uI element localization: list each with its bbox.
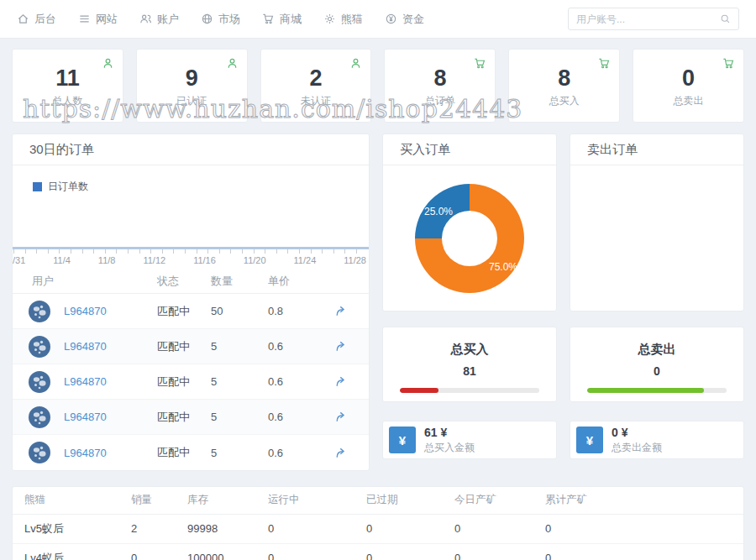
table-row: L964870 匹配中 5 0.6 xyxy=(13,435,369,470)
right-column: 买入订单 25.0% 75.0% 卖出订单 总买入 81 xyxy=(382,133,744,471)
nav-item-website[interactable]: 网站 xyxy=(78,12,118,27)
table-row: L964870 匹配中 50 0.8 xyxy=(13,294,369,329)
order-status: 匹配中 xyxy=(157,374,211,390)
nav-item-backend[interactable]: 后台 xyxy=(17,12,56,27)
x-tick-label: 11/8 xyxy=(98,255,116,265)
stat-label: 总人数 xyxy=(13,94,123,108)
order-status: 匹配中 xyxy=(157,445,211,460)
order-price: 0.6 xyxy=(268,375,324,388)
nav-item-funds[interactable]: 资金 xyxy=(385,12,424,27)
share-arrow-icon[interactable] xyxy=(334,340,347,353)
order-qty: 5 xyxy=(211,375,268,388)
buy-amount-card: ¥ 61 ¥ 总买入金额 xyxy=(382,421,557,459)
col-header-qty: 数量 xyxy=(211,274,268,289)
cart-icon xyxy=(474,57,486,70)
table-row: L964870 匹配中 5 0.6 xyxy=(13,329,369,364)
panda-table-panel: 熊猫 销量 库存 运行中 已过期 今日产矿 累计产矿 Lv5蚁后 2 99998… xyxy=(12,486,744,560)
col-header: 运行中 xyxy=(256,487,354,514)
col-header: 销量 xyxy=(119,487,176,514)
stat-card-total-buys: 8 总买入 xyxy=(508,49,620,123)
user-link[interactable]: L964870 xyxy=(64,411,157,423)
order-price: 0.6 xyxy=(268,411,324,423)
buy-progress-fill xyxy=(400,388,438,393)
x-tick-label: 11/20 xyxy=(244,255,266,265)
panda-total-yield: 0 xyxy=(533,514,743,543)
total-sell-card: 总卖出 0 xyxy=(570,327,744,402)
stats-row: 11 总人数 9 已认证 2 未认证 8 总订单 8 总买入 0 总卖出 xyxy=(12,49,744,123)
orders-table-header: 用户 状态 数量 单价 xyxy=(13,269,369,294)
panda-expired: 0 xyxy=(354,543,443,560)
user-search-input[interactable] xyxy=(576,13,720,25)
share-arrow-icon[interactable] xyxy=(334,375,347,388)
nav-item-market[interactable]: 市场 xyxy=(201,12,240,27)
orders-line-chart: 日订单数 xyxy=(13,165,369,249)
panda-total-yield: 0 xyxy=(533,543,743,560)
buy-orders-title: 买入订单 xyxy=(383,134,556,165)
cart-icon xyxy=(262,13,275,25)
panda-running: 0 xyxy=(256,543,354,560)
user-link[interactable]: L964870 xyxy=(64,375,157,388)
order-price: 0.6 xyxy=(268,447,324,459)
panda-stock: 100000 xyxy=(176,543,256,560)
search-icon[interactable] xyxy=(720,13,731,24)
panda-table: 熊猫 销量 库存 运行中 已过期 今日产矿 累计产矿 Lv5蚁后 2 99998… xyxy=(13,487,743,560)
stat-card-total-orders: 8 总订单 xyxy=(384,49,496,123)
users-icon xyxy=(139,13,152,25)
user-icon xyxy=(226,57,239,70)
sell-orders-panel: 卖出订单 xyxy=(570,133,744,311)
col-header: 熊猫 xyxy=(13,487,119,514)
buy-amount-value: 61 ¥ xyxy=(424,426,475,441)
panda-expired: 0 xyxy=(354,514,443,543)
panda-sales: 2 xyxy=(119,514,176,543)
cart-icon xyxy=(598,57,611,70)
user-link[interactable]: L964870 xyxy=(64,305,157,317)
user-search-box xyxy=(568,8,739,30)
sell-progress-fill xyxy=(587,388,704,393)
chart-legend[interactable]: 日订单数 xyxy=(33,180,88,194)
user-link[interactable]: L964870 xyxy=(64,340,157,353)
stat-card-total-sells: 0 总卖出 xyxy=(633,49,744,123)
x-tick-label: 11/4 xyxy=(53,255,71,265)
user-avatar xyxy=(29,301,50,322)
user-link[interactable]: L964870 xyxy=(64,447,157,459)
x-tick-label: /31 xyxy=(13,255,25,265)
stat-label: 总订单 xyxy=(385,94,495,108)
zero-data-line xyxy=(13,247,369,249)
list-icon xyxy=(78,13,91,25)
sell-amount-card: ¥ 0 ¥ 总卖出金额 xyxy=(570,421,744,459)
main-content: 11 总人数 9 已认证 2 未认证 8 总订单 8 总买入 0 总卖出 xyxy=(0,39,756,560)
user-avatar xyxy=(29,371,50,393)
share-arrow-icon[interactable] xyxy=(334,447,347,459)
nav-label: 商城 xyxy=(280,12,302,27)
total-buy-value: 81 xyxy=(383,364,556,378)
gear-icon xyxy=(323,13,336,25)
home-icon xyxy=(17,13,29,25)
buy-progress-track xyxy=(400,388,539,393)
order-status: 匹配中 xyxy=(157,410,211,425)
order-qty: 5 xyxy=(211,340,268,353)
nav-item-mall[interactable]: 商城 xyxy=(262,12,302,27)
total-buy-title: 总买入 xyxy=(383,342,556,358)
user-icon xyxy=(349,57,362,70)
x-tick-label: 11/16 xyxy=(193,255,216,265)
share-arrow-icon[interactable] xyxy=(334,411,347,423)
nav-label: 网站 xyxy=(96,12,118,27)
sell-progress-track xyxy=(587,388,727,393)
panda-name: Lv4蚁后 xyxy=(13,543,119,560)
sell-amount-value: 0 ¥ xyxy=(612,426,662,441)
nav-item-panda[interactable]: 熊猫 xyxy=(323,12,363,27)
share-arrow-icon[interactable] xyxy=(334,305,347,317)
yen-icon: ¥ xyxy=(576,427,603,453)
total-sell-value: 0 xyxy=(570,364,743,378)
nav-item-accounts[interactable]: 账户 xyxy=(139,12,179,27)
stat-card-unverified: 2 未认证 xyxy=(260,49,372,123)
buy-amount-label: 总买入金额 xyxy=(424,442,475,454)
top-navbar: 后台 网站 账户 市场 商城 熊猫 资金 xyxy=(0,0,756,39)
x-tick-label: 11/24 xyxy=(294,255,317,265)
col-header: 今日产矿 xyxy=(443,487,533,514)
orders-table-body: L964870 匹配中 50 0.8 L964870 匹配中 5 0.6 L96 xyxy=(13,294,369,470)
stat-label: 已认证 xyxy=(137,94,247,108)
order-status: 匹配中 xyxy=(157,304,211,319)
legend-swatch xyxy=(33,182,42,191)
nav-label: 市场 xyxy=(218,12,240,27)
